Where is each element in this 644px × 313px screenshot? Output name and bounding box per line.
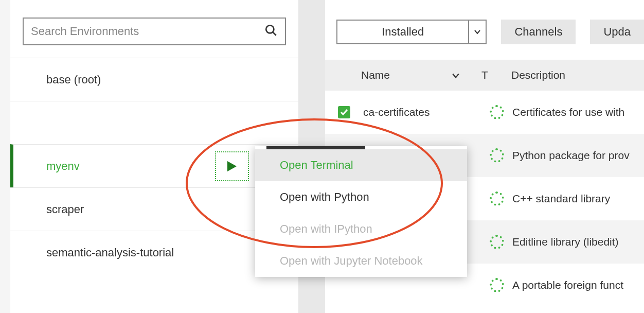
spinner-icon bbox=[490, 235, 504, 249]
package-name: ca-certificates bbox=[363, 106, 481, 118]
spinner-icon bbox=[490, 192, 504, 206]
search-box[interactable] bbox=[23, 18, 286, 45]
svg-marker-2 bbox=[227, 161, 237, 171]
package-description: C++ standard library bbox=[512, 193, 644, 205]
package-status bbox=[481, 278, 512, 292]
svg-point-0 bbox=[266, 25, 274, 33]
env-name-label: scraper bbox=[46, 203, 84, 216]
play-icon bbox=[226, 160, 238, 172]
env-name-label: semantic-analysis-tutorial bbox=[46, 246, 174, 259]
column-header-name[interactable]: Name bbox=[325, 69, 481, 81]
check-icon bbox=[338, 106, 350, 118]
filter-select[interactable]: Installed bbox=[336, 20, 487, 44]
svg-line-1 bbox=[273, 32, 276, 36]
packages-toolbar: Installed Channels Upda bbox=[325, 0, 644, 60]
env-item-spacer bbox=[10, 101, 298, 144]
env-name-label: base (root) bbox=[46, 73, 101, 86]
menu-item-open-jupyter: Open with Jupyter Notebook bbox=[255, 245, 467, 277]
package-status bbox=[481, 235, 512, 249]
env-name-label: myenv bbox=[46, 160, 80, 173]
column-header-t[interactable]: T bbox=[481, 69, 501, 81]
chevron-down-icon bbox=[468, 21, 486, 43]
package-description: Python package for prov bbox=[512, 149, 644, 162]
package-description: Certificates for use with bbox=[512, 106, 644, 118]
update-button[interactable]: Upda bbox=[590, 20, 644, 44]
play-button[interactable] bbox=[215, 151, 249, 181]
package-description: A portable foreign funct bbox=[512, 279, 644, 291]
packages-table-header: Name T Description bbox=[325, 60, 644, 91]
search-input[interactable] bbox=[31, 25, 264, 38]
package-row[interactable]: ca-certificates Certificates for use wit… bbox=[325, 91, 644, 134]
column-header-description[interactable]: Description bbox=[501, 69, 565, 81]
chevron-down-icon bbox=[452, 69, 460, 81]
menu-item-open-ipython: Open with IPython bbox=[255, 213, 467, 245]
package-status bbox=[481, 105, 512, 119]
package-description: Editline library (libedit) bbox=[512, 236, 644, 248]
package-status bbox=[481, 192, 512, 206]
menu-item-open-terminal[interactable]: Open Terminal bbox=[255, 149, 467, 181]
spinner-icon bbox=[490, 148, 504, 163]
package-status bbox=[481, 148, 512, 163]
spinner-icon bbox=[490, 105, 504, 119]
package-checkbox[interactable] bbox=[325, 106, 363, 118]
env-item-base[interactable]: base (root) bbox=[10, 58, 298, 101]
spinner-icon bbox=[490, 278, 504, 292]
menu-item-open-python[interactable]: Open with Python bbox=[255, 181, 467, 213]
channels-button[interactable]: Channels bbox=[501, 20, 576, 44]
search-container bbox=[10, 0, 298, 58]
search-icon bbox=[264, 24, 278, 39]
filter-selected-label: Installed bbox=[337, 25, 468, 39]
environment-context-menu: Open Terminal Open with Python Open with… bbox=[255, 146, 467, 277]
